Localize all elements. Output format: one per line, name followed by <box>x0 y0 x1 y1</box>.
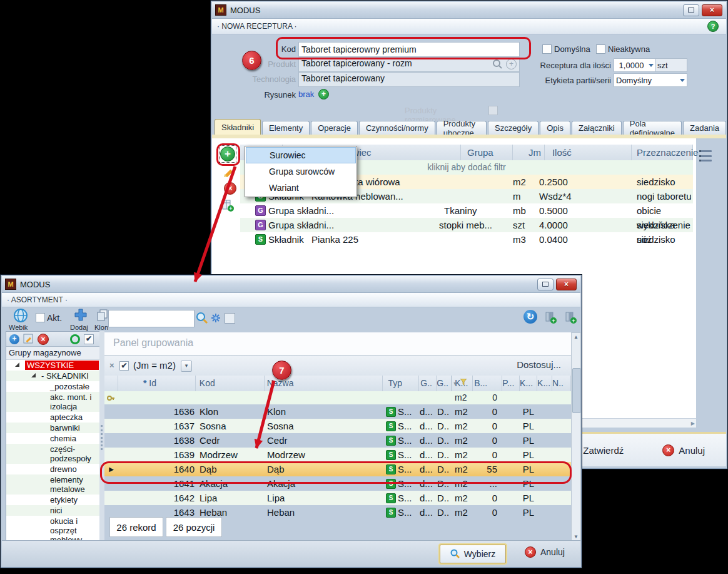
assortment-grid: * Id Kod Nazwa Typ G.. G.. ▾ K... B... P… <box>104 376 571 520</box>
recipe-titlebar[interactable]: M MODUS × <box>212 2 726 19</box>
export-grid-icon[interactable]: + <box>543 310 557 324</box>
scroll-up-icon[interactable]: ▲ <box>572 334 580 340</box>
vertical-scrollbar[interactable]: ▲ ▼ <box>571 332 581 541</box>
cancel-icon: × <box>662 444 674 456</box>
gear-icon[interactable] <box>211 313 221 323</box>
scrollbar-thumb[interactable] <box>572 368 581 413</box>
grid-row[interactable]: 1637SosnaSosna SS... d...D..m2 0PL <box>104 419 571 433</box>
menu-item-surowiec[interactable]: Surowiec <box>246 147 356 163</box>
restore-button[interactable] <box>683 4 699 16</box>
groups-filter-checkbox[interactable]: ✔ <box>84 334 94 344</box>
filter-chip[interactable]: (Jm = m2) <box>133 360 176 371</box>
customize-link[interactable]: Dostosuj... <box>517 359 561 370</box>
tab-pola-definiowalne[interactable]: Pola definiowalne <box>623 121 682 135</box>
table-row[interactable]: GGrupa składni... Tkaniny mb 0.5000 obic… <box>240 203 693 218</box>
grid-row[interactable]: 1639ModrzewModrzew SS... d...D..m2 0PL <box>104 448 571 462</box>
akt-checkbox[interactable] <box>36 313 45 322</box>
search-icon[interactable] <box>196 312 208 324</box>
tab-operacje[interactable]: Operacje <box>311 121 358 135</box>
tab-produkty-uboczne[interactable]: Produkty uboczne <box>437 121 487 135</box>
anuluj-button[interactable]: × Anuluj <box>525 546 565 558</box>
technologia-field[interactable]: Taboret tapicerowany <box>298 72 520 87</box>
receptura-qty-combo[interactable]: 1,0000 <box>614 58 656 72</box>
delete-component-button[interactable]: × <box>224 182 236 195</box>
search-input[interactable] <box>108 310 195 327</box>
receptura-unit-field[interactable]: szt <box>655 58 687 72</box>
search-icon[interactable] <box>492 59 503 69</box>
tab-szczegoly[interactable]: Szczegóły <box>488 121 538 135</box>
edit-group-icon[interactable] <box>23 334 34 344</box>
tree-item[interactable]: _pozostałe <box>6 381 100 392</box>
clone-icon[interactable] <box>96 308 109 322</box>
refresh-groups-icon[interactable] <box>70 334 80 344</box>
page-title: · ASORTYMENT · <box>2 295 68 304</box>
splitter-handle[interactable] <box>99 331 104 545</box>
tree-item-skladniki[interactable]: - SKŁADNIKI <box>6 371 100 381</box>
refresh-icon[interactable]: ↻ <box>523 310 537 324</box>
scroll-down-icon[interactable]: ▼ <box>572 534 580 540</box>
tab-skladniki[interactable]: Składniki <box>215 119 261 135</box>
delete-group-icon[interactable]: × <box>38 334 49 345</box>
modus-logo-icon: M <box>215 4 226 16</box>
filter-dropdown-button[interactable]: ▾ <box>181 361 192 372</box>
tab-zadania[interactable]: Zadania <box>683 121 726 135</box>
help-icon[interactable]: ? <box>707 21 719 32</box>
filter-active-checkbox[interactable]: ✔ <box>119 361 129 371</box>
add-drawing-icon[interactable]: + <box>318 89 329 100</box>
tree-item-wszystkie[interactable]: WSZYSTKIE <box>6 360 100 371</box>
add-product-icon[interactable]: + <box>506 59 517 69</box>
assortment-titlebar[interactable]: M MODUS × <box>2 276 580 293</box>
domyslna-checkbox[interactable] <box>542 44 552 54</box>
tab-elementy[interactable]: Elementy <box>262 121 310 135</box>
table-add-icon[interactable]: + <box>221 198 235 212</box>
remove-filter-icon[interactable]: × <box>109 361 114 370</box>
edit-pencil-icon[interactable] <box>223 167 234 178</box>
menu-item-grupa-surowcow[interactable]: Grupa surowców <box>246 163 356 180</box>
klon-label[interactable]: Klon <box>94 324 108 331</box>
expander-icon[interactable] <box>15 362 19 367</box>
add-group-icon[interactable]: + <box>9 334 19 344</box>
tab-zalaczniki[interactable]: Załączniki <box>572 121 622 135</box>
tree-item[interactable]: barwniki <box>6 423 100 433</box>
col-grupa: Grupa <box>461 145 513 160</box>
assortment-header: · ASORTYMENT · <box>2 293 580 307</box>
scroll-right-icon[interactable]: ▶ <box>691 421 695 426</box>
funnel-icon[interactable] <box>460 379 467 386</box>
tree-item[interactable]: apteczka <box>6 412 100 423</box>
tree-item[interactable]: drewno <box>6 464 100 474</box>
tree-item[interactable]: chemia <box>6 433 100 444</box>
etykieta-combo[interactable]: Domyślny <box>614 73 687 87</box>
tree-item[interactable]: etykiety <box>6 495 100 505</box>
nieaktywna-checkbox[interactable] <box>596 44 605 54</box>
export-grid-icon[interactable]: + <box>564 310 577 324</box>
grid-filter-row[interactable]: m2 0 <box>104 391 571 404</box>
tab-opis[interactable]: Opis <box>540 121 570 135</box>
add-plus-icon[interactable] <box>73 307 88 322</box>
table-row[interactable]: GGrupa składni... stopki meb... szt 4.00… <box>240 218 693 232</box>
tab-czynnosci[interactable]: Czynności/normy <box>359 121 435 135</box>
close-button[interactable]: × <box>702 4 722 16</box>
grouping-panel[interactable]: Panel grupowania <box>104 332 571 356</box>
table-row[interactable]: SSkładnikPianka 225 m3 0.0400 siedzisko <box>240 232 693 247</box>
webik-label[interactable]: Webik <box>9 324 28 331</box>
tree-item[interactable]: akc. mont. i izolacja <box>6 392 100 412</box>
grid-row[interactable]: 1636KlonKlon SS... d...D..m2 0PL <box>104 404 571 419</box>
globe-icon[interactable] <box>13 308 28 323</box>
dodaj-label[interactable]: Dodaj <box>70 324 88 331</box>
expander-icon[interactable] <box>31 373 36 377</box>
column-chooser-icon[interactable] <box>698 149 713 163</box>
grid-header[interactable]: * Id Kod Nazwa Typ G.. G.. ▾ K... B... P… <box>104 376 571 391</box>
anuluj-button[interactable]: × Anuluj <box>662 444 705 456</box>
wybierz-button[interactable]: Wybierz <box>440 545 506 563</box>
filter-checkbox[interactable] <box>225 313 235 324</box>
grid-row[interactable]: 1638CedrCedr SS... d...D..m2 0PL <box>104 433 571 448</box>
close-button[interactable]: × <box>556 279 577 290</box>
menu-item-wariant[interactable]: Wariant <box>246 180 356 196</box>
skladnik-icon: S <box>386 436 396 446</box>
tree-item[interactable]: elementy metalowe <box>6 474 100 495</box>
restore-button[interactable] <box>537 279 554 290</box>
tree-item[interactable]: części-podzespoły <box>6 444 100 464</box>
grid-row[interactable]: 1642LipaLipa SS... d...D..m2 0PL <box>104 491 571 505</box>
rysunek-link[interactable]: brak <box>298 90 314 99</box>
tree-item[interactable]: nici <box>6 505 100 516</box>
